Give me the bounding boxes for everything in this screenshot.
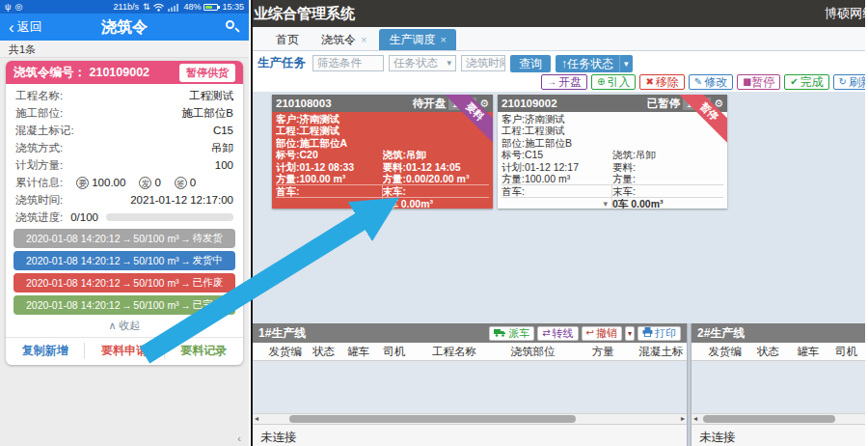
column-header[interactable]: 发货编 [703, 345, 747, 359]
column-header[interactable]: 浇筑部位 [496, 345, 571, 359]
horizontal-scrollbar[interactable]: ◂ ▸ [253, 413, 687, 424]
desktop-app-pane: 业综合管理系统 博硕网络 首页 浇筑令 × 生产调度 × 生产任务 筛选条件 任… [251, 0, 865, 446]
button-label: 转线 [553, 327, 574, 340]
sort-by-status-button[interactable]: ↑任务状态 ▾ [556, 55, 633, 72]
scrollbar-thumb[interactable] [289, 415, 576, 423]
search-icon[interactable] [225, 19, 240, 35]
delivery-row[interactable]: 2020-01-08 14:20:12 → 50/100 m³ → 发货中 [14, 251, 235, 270]
column-header[interactable]: 状态 [306, 345, 341, 359]
import-button[interactable]: ⊕引入 [591, 74, 636, 90]
tab-label: 生产调度 [389, 32, 435, 48]
open-plate-button[interactable]: →开盘 [541, 74, 587, 90]
pour-method-line: 浇筑:吊卸 [383, 149, 490, 160]
panel-title: 1#生产线 [258, 325, 306, 342]
column-header[interactable]: 罐车 [789, 345, 828, 359]
section-title: 生产任务 [258, 55, 306, 71]
column-header[interactable]: 混凝土标 [636, 345, 687, 359]
expand-caret-icon[interactable]: ▾ [373, 199, 378, 209]
field-value: C15 [213, 125, 233, 136]
status-time: 15:35 [222, 2, 244, 12]
column-header[interactable]: 罐车 [341, 345, 375, 359]
plan-time-line: 计划:01-12 12:17 [502, 161, 612, 173]
tab-production-dispatch[interactable]: 生产调度 × [379, 29, 455, 50]
arrow-right-icon: → [122, 233, 132, 244]
column-header[interactable]: 司机 [827, 345, 865, 359]
horizontal-scrollbar[interactable]: ◂ [692, 413, 865, 424]
complete-button[interactable]: ✔完成 [784, 74, 828, 90]
production-line-1-panel: 1#生产线 派车 ⇄ 转线 ↩ 撤销 ▾ [253, 323, 687, 446]
button-label: 派车 [508, 327, 529, 340]
back-button[interactable]: ‹ 返回 [9, 18, 42, 36]
transfer-line-button[interactable]: ⇄ 转线 [537, 326, 578, 341]
column-header[interactable]: 方量 [571, 345, 636, 359]
panel-title: 2#生产线 [697, 325, 745, 342]
pour-time-input[interactable]: 浇筑时间 [461, 55, 505, 71]
back-label: 返回 [17, 18, 42, 36]
pause-button[interactable]: ▮▮暂停 [737, 74, 780, 90]
undo-options-caret[interactable]: ▾ [625, 326, 635, 341]
task-card-body: 客户:济南测试 工程:工程测试 部位:施工部位B 标号:C15浇筑:吊卸 计划:… [498, 112, 727, 209]
close-icon[interactable]: × [440, 34, 446, 45]
task-card-area: 210108003 待开盘 1 2 ⚙ 客户:济南测试 工程:工程测试 部位:施… [253, 92, 865, 323]
field-value: 100 [215, 159, 233, 171]
delivery-row[interactable]: 2020-01-08 14:20:12 → 50/100 m³ → 待发货 [14, 229, 235, 248]
expand-caret-icon[interactable]: ▾ [603, 199, 608, 209]
screenshot-root: ψ ◎ 211b/s ⇅ 48% 15:35 ‹ 返回 浇筑令 共1条 [0, 0, 868, 446]
first-truck-line: 首车: [502, 185, 612, 196]
remove-button[interactable]: ✖移除 [639, 74, 684, 90]
check-icon: ✔ [790, 75, 798, 89]
last-truck-line: 末车: [612, 185, 723, 196]
column-header[interactable]: 发货编 [264, 345, 306, 359]
column-header[interactable]: 状态 [747, 345, 789, 359]
close-icon[interactable]: × [361, 34, 366, 45]
task-card-210109002[interactable]: 210109002 已暂停 1 2 ⚙ 客户:济南测试 工程:工程测试 部位:施… [498, 95, 727, 209]
column-header[interactable]: 工程名称 [414, 345, 496, 359]
modify-button[interactable]: ✎修改 [689, 74, 733, 90]
task-card-body: 客户:济南测试 工程:工程测试 部位:施工部位A 标号:C20浇筑:吊卸 计划:… [272, 112, 493, 209]
tab-pour-order[interactable]: 浇筑令 × [312, 29, 376, 50]
delivery-time: 2020-01-08 14:20:12 [26, 277, 121, 289]
field-row: 工程名称: 工程测试 [6, 87, 243, 104]
delivery-row[interactable]: 2020-01-08 14:20:12 → 50/100 m³ → 已完成 [14, 295, 235, 315]
column-header[interactable]: 司机 [376, 345, 414, 359]
undo-button[interactable]: ↩ 撤销 [582, 326, 622, 341]
signed-icon: 签 [175, 177, 187, 189]
search-button[interactable]: 查询 [510, 55, 551, 72]
task-status-select[interactable]: 任务状态 ▾ [389, 55, 456, 71]
arrow-right-icon: → [122, 299, 132, 311]
keyword-input[interactable]: 筛选条件 [312, 55, 384, 71]
dispatch-truck-button[interactable]: 派车 [489, 326, 534, 341]
field-label: 浇筑时间: [15, 193, 63, 208]
material-record-button[interactable]: 要料记录 [164, 343, 243, 359]
printer-icon [642, 327, 653, 339]
field-row: 浇筑方式: 吊卸 [6, 139, 243, 156]
delivery-row[interactable]: 2020-01-08 14:20:12 → 50/100 m³ → 已作废 [14, 273, 235, 293]
collapse-toggle[interactable]: ∧ 收起 [6, 318, 243, 334]
material-request-button[interactable]: 要料申请 [84, 343, 163, 359]
task-id: 210108003 [276, 98, 332, 109]
delivery-qty: 50/100 m³ [133, 255, 178, 266]
field-value: 2021-01-12 12:17:00 [130, 194, 233, 206]
field-row: 施工部位: 施工部位B [6, 104, 243, 122]
scroll-left-icon[interactable]: ◂ [693, 414, 697, 424]
print-button[interactable]: 打印 [637, 326, 681, 341]
plan-time-line: 计划:01-12 08:33 [276, 161, 383, 173]
tab-home[interactable]: 首页 [266, 29, 309, 50]
scrollbar-thumb[interactable] [703, 415, 835, 423]
copy-new-button[interactable]: 复制新增 [6, 343, 84, 359]
panel-header: 1#生产线 派车 ⇄ 转线 ↩ 撤销 ▾ [253, 323, 687, 343]
refresh-button[interactable]: ↻刷新 [833, 74, 865, 90]
pour-order-card[interactable]: 浇筑令编号： 210109002 暂停供货 工程名称: 工程测试 施工部位: 施… [6, 61, 243, 365]
progress-bar [106, 213, 233, 221]
task-card-210108003[interactable]: 210108003 待开盘 1 2 ⚙ 客户:济南测试 工程:工程测试 部位:施… [272, 95, 493, 209]
scroll-left-icon[interactable]: ◂ [255, 414, 258, 424]
grade-line: 标号:C15 [502, 149, 612, 160]
chevron-down-icon[interactable]: ▾ [619, 55, 633, 72]
swap-arrows-icon: ⇄ [542, 328, 550, 338]
delivery-status: 发货中 [192, 254, 223, 267]
scroll-right-icon[interactable]: ▸ [681, 414, 685, 424]
nav-hint-chevron-icon[interactable]: ‹ [237, 432, 241, 444]
field-value: 施工部位B [181, 106, 233, 121]
arrow-right-icon: → [180, 233, 191, 244]
progress-value: 0/100 [70, 211, 98, 223]
